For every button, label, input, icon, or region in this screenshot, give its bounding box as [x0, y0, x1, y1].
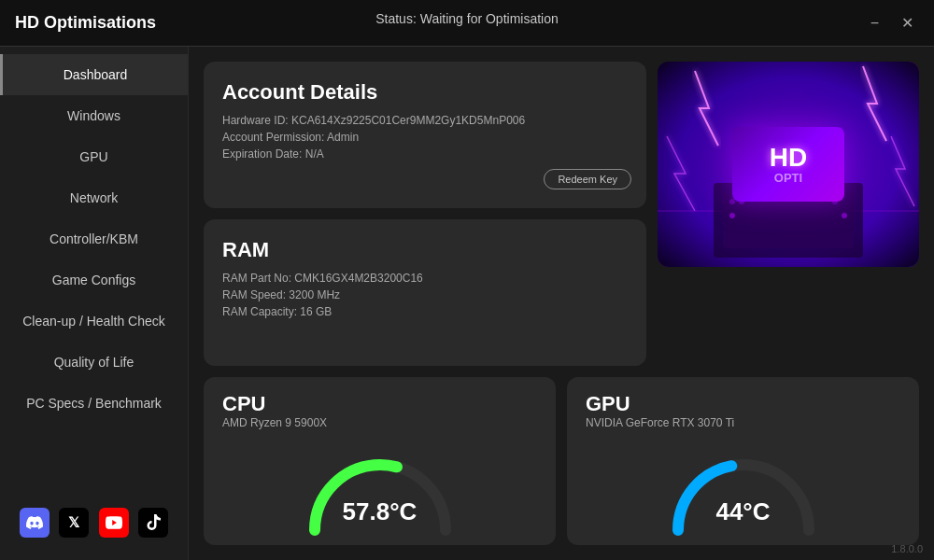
status-text: Status: Waiting for Optimisation: [375, 11, 559, 26]
window-controls: − ✕: [865, 12, 919, 34]
discord-icon[interactable]: [20, 508, 50, 538]
gpu-title: GPU: [586, 392, 900, 416]
ram-speed: RAM Speed: 3200 MHz: [222, 288, 628, 301]
sidebar-item-controller[interactable]: Controller/KBM: [0, 218, 188, 259]
cpu-model: AMD Ryzen 9 5900X: [222, 416, 537, 429]
top-row: Account Details Hardware ID: KCA614Xz922…: [204, 62, 919, 366]
title-bar: HD Optimisations Status: Waiting for Opt…: [0, 0, 934, 47]
hero-logo: HD OPTI: [732, 127, 844, 202]
sidebar-social-links: 𝕏: [0, 493, 188, 553]
minimize-button[interactable]: −: [865, 13, 884, 34]
ram-capacity: RAM Capacity: 16 GB: [222, 305, 628, 318]
ram-part-no: RAM Part No: CMK16GX4M2B3200C16: [222, 272, 628, 285]
youtube-icon[interactable]: [99, 508, 129, 538]
cpu-card: CPU AMD Ryzen 9 5900X 57.8°C: [204, 377, 556, 545]
account-card: Account Details Hardware ID: KCA614Xz922…: [204, 62, 646, 208]
sidebar-item-dashboard[interactable]: Dashboard: [0, 54, 188, 95]
gpu-model: NVIDIA GeForce RTX 3070 Ti: [586, 416, 900, 429]
sidebar-item-quality[interactable]: Quality of Life: [0, 342, 188, 383]
ram-card: RAM RAM Part No: CMK16GX4M2B3200C16 RAM …: [204, 219, 646, 366]
app-title: HD Optimisations: [15, 13, 156, 33]
hero-chip-title: HD: [770, 145, 807, 171]
ram-card-title: RAM: [222, 238, 628, 262]
hero-image: HD OPTI: [658, 62, 919, 267]
account-permission: Account Permission: Admin: [222, 131, 628, 144]
gpu-card: GPU NVIDIA GeForce RTX 3070 Ti 44°C: [567, 377, 919, 545]
sidebar-item-pcspecs[interactable]: PC Specs / Benchmark: [0, 383, 188, 424]
sidebar-item-game-configs[interactable]: Game Configs: [0, 259, 188, 301]
twitter-icon[interactable]: 𝕏: [59, 508, 89, 538]
cpu-temp: 57.8°C: [343, 497, 417, 526]
sidebar: Dashboard Windows GPU Network Controller…: [0, 47, 189, 560]
redeem-key-button[interactable]: Redeem Key: [544, 169, 631, 189]
sidebar-item-gpu[interactable]: GPU: [0, 136, 188, 177]
hardware-id: Hardware ID: KCA614Xz9225C01Cer9MM2Gy1KD…: [222, 114, 628, 127]
sidebar-item-network[interactable]: Network: [0, 177, 188, 218]
tiktok-icon[interactable]: [138, 508, 168, 538]
sidebar-item-windows[interactable]: Windows: [0, 95, 188, 136]
cpu-title: CPU: [222, 392, 537, 416]
svg-point-9: [729, 213, 735, 218]
bottom-row: CPU AMD Ryzen 9 5900X 57.8°C GPU NVIDIA …: [204, 377, 919, 545]
close-button[interactable]: ✕: [896, 12, 919, 34]
main-content: Account Details Hardware ID: KCA614Xz922…: [189, 47, 934, 560]
svg-point-11: [842, 213, 847, 218]
sidebar-item-cleanup[interactable]: Clean-up / Health Check: [0, 301, 188, 342]
hero-chip: HD OPTI: [732, 127, 844, 202]
account-card-title: Account Details: [222, 80, 628, 105]
hero-chip-subtitle: OPTI: [774, 171, 802, 185]
account-ram-column: Account Details Hardware ID: KCA614Xz922…: [204, 62, 646, 366]
version-label: 1.8.0.0: [891, 543, 923, 554]
main-layout: Dashboard Windows GPU Network Controller…: [0, 47, 934, 560]
expiration-date: Expiration Date: N/A: [222, 147, 628, 161]
gpu-temp: 44°C: [715, 497, 770, 526]
